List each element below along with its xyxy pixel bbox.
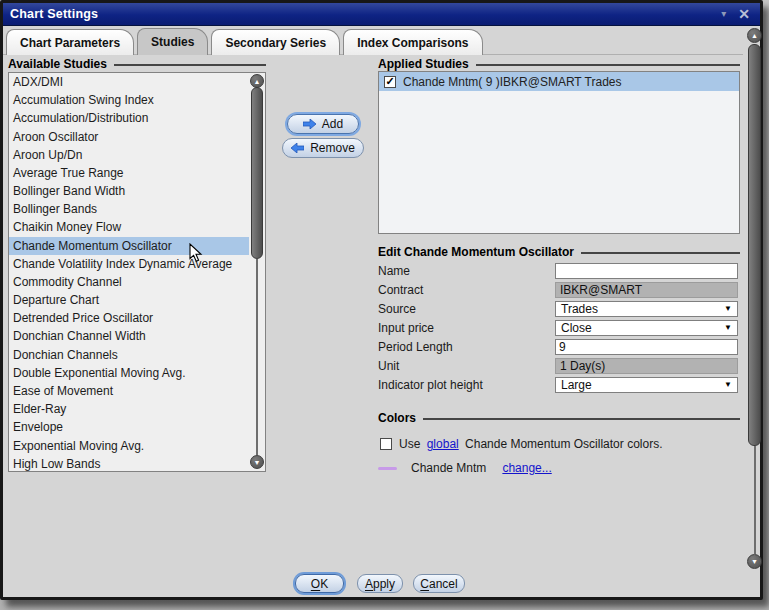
ok-button[interactable]: OK [295, 574, 344, 593]
screen: Chart Settings ▾ ✕ Chart ParametersStudi… [0, 0, 769, 610]
remove-button-label: Remove [310, 141, 355, 155]
list-item[interactable]: Bollinger Band Width [9, 182, 249, 200]
applied-studies-title: Applied Studies [378, 57, 469, 71]
arrow-right-icon [303, 119, 316, 129]
form-row-unit: Unit1 Day(s) [378, 356, 741, 375]
list-item[interactable]: Detrended Price Oscillator [9, 309, 249, 327]
tabbar: Chart ParametersStudiesSecondary SeriesI… [6, 28, 486, 55]
field-label: Period Length [378, 340, 555, 354]
use-global-text-after: Chande Momentum Oscillator colors. [465, 437, 662, 451]
dialog-scrollbar-track[interactable] [754, 446, 756, 554]
list-scroll-down-icon[interactable]: ▼ [250, 455, 264, 469]
source-dropdown[interactable]: Trades▼ [555, 301, 738, 317]
dropdown-value: Trades [561, 302, 598, 316]
edit-study-header: Edit Chande Momentum Oscillator [378, 245, 740, 259]
form-row-name: Name [378, 261, 741, 280]
use-global-colors-checkbox[interactable] [380, 438, 392, 450]
list-item[interactable]: Bollinger Bands [9, 200, 249, 218]
dropdown-value: Large [561, 378, 592, 392]
applied-studies-header: Applied Studies [378, 57, 740, 71]
dialog-scroll-up-icon[interactable]: ▲ [747, 28, 762, 43]
list-item[interactable]: Ease of Movement [9, 382, 249, 400]
list-item[interactable]: Chande Momentum Oscillator [9, 237, 249, 255]
form-row-source: SourceTrades▼ [378, 299, 741, 318]
dropdown-value: Close [561, 321, 592, 335]
list-item[interactable]: Donchian Channel Width [9, 327, 249, 345]
list-item[interactable]: Commodity Channel [9, 273, 249, 291]
list-item[interactable]: Accumulation Swing Index [9, 91, 249, 109]
tab-chart-parameters[interactable]: Chart Parameters [6, 29, 134, 55]
header-rule [581, 252, 740, 254]
field-label: Indicator plot height [378, 378, 555, 392]
series-color-row: Chande Mntm change... [378, 460, 552, 476]
add-button[interactable]: Add [287, 114, 359, 134]
dialog-scroll-down-icon[interactable]: ▼ [747, 554, 762, 569]
header-rule [476, 64, 740, 66]
colors-title: Colors [378, 411, 416, 425]
colors-header: Colors [378, 411, 740, 425]
list-item[interactable]: Chaikin Money Flow [9, 218, 249, 236]
chart-settings-dialog: Chart Settings ▾ ✕ Chart ParametersStudi… [0, 0, 763, 600]
list-item[interactable]: High Low Bands [9, 455, 249, 472]
use-global-text-before: Use [399, 437, 420, 451]
field-label: Input price [378, 321, 555, 335]
list-item[interactable]: Aroon Up/Dn [9, 146, 249, 164]
input-price-dropdown[interactable]: Close▼ [555, 320, 738, 336]
list-item[interactable]: Donchian Channels [9, 346, 249, 364]
list-item[interactable]: Average True Range [9, 164, 249, 182]
list-scroll-up-icon[interactable]: ▲ [250, 74, 264, 88]
change-color-link[interactable]: change... [502, 461, 551, 475]
available-studies-list[interactable]: ADX/DMIAccumulation Swing IndexAccumulat… [8, 72, 266, 472]
arrow-left-icon [291, 143, 304, 153]
list-item[interactable]: Elder-Ray [9, 400, 249, 418]
contract-readonly-field: IBKR@SMART [555, 282, 738, 298]
chevron-down-icon: ▼ [724, 304, 732, 313]
remove-button[interactable]: Remove [282, 138, 364, 158]
field-label: Name [378, 264, 555, 278]
applied-studies-list[interactable]: ✓Chande Mntm( 9 )IBKR@SMART Trades [378, 71, 740, 234]
header-rule [423, 418, 740, 420]
edit-study-form: NameContractIBKR@SMARTSourceTrades▼Input… [378, 261, 741, 394]
name-input[interactable] [555, 263, 738, 279]
apply-button[interactable]: Apply [357, 574, 403, 593]
window-title: Chart Settings [3, 7, 98, 21]
collapse-triangle-icon[interactable]: ▾ [721, 9, 726, 19]
tab-index-comparisons[interactable]: Index Comparisons [343, 29, 482, 55]
unit-readonly-field: 1 Day(s) [555, 358, 738, 374]
form-row-input-price: Input priceClose▼ [378, 318, 741, 337]
series-color-swatch [378, 467, 397, 470]
field-label: Contract [378, 283, 555, 297]
add-button-label: Add [322, 117, 343, 131]
list-scrollbar-track[interactable] [256, 259, 258, 455]
period-length-input[interactable] [555, 339, 738, 355]
chevron-down-icon: ▼ [724, 323, 732, 332]
cancel-button[interactable]: Cancel [413, 574, 465, 593]
applied-study-row[interactable]: ✓Chande Mntm( 9 )IBKR@SMART Trades [379, 72, 739, 91]
available-studies-title: Available Studies [8, 57, 107, 71]
tab-secondary-series[interactable]: Secondary Series [211, 29, 340, 55]
tab-studies[interactable]: Studies [137, 28, 208, 55]
global-colors-link[interactable]: global [427, 437, 459, 451]
list-item[interactable]: Aroon Oscillator [9, 128, 249, 146]
edit-study-title: Edit Chande Momentum Oscillator [378, 245, 574, 259]
header-rule [114, 64, 266, 66]
available-studies-header: Available Studies [8, 57, 266, 71]
form-row-period-length: Period Length [378, 337, 741, 356]
titlebar[interactable]: Chart Settings ▾ ✕ [3, 3, 760, 26]
use-global-colors-row: Use global Chande Momentum Oscillator co… [380, 437, 662, 451]
close-icon[interactable]: ✕ [738, 7, 750, 21]
list-item[interactable]: Departure Chart [9, 291, 249, 309]
list-item[interactable]: Envelope [9, 418, 249, 436]
applied-study-checkbox[interactable]: ✓ [384, 76, 396, 88]
form-row-contract: ContractIBKR@SMART [378, 280, 741, 299]
list-item[interactable]: Exponential Moving Avg. [9, 436, 249, 454]
field-label: Source [378, 302, 555, 316]
dialog-scrollbar-thumb[interactable] [748, 44, 761, 446]
form-row-indicator-plot-height: Indicator plot heightLarge▼ [378, 375, 741, 394]
list-item[interactable]: Chande Volatility Index Dynamic Average [9, 255, 249, 273]
list-item[interactable]: ADX/DMI [9, 73, 249, 91]
list-item[interactable]: Accumulation/Distribution [9, 109, 249, 127]
indicator-plot-height-dropdown[interactable]: Large▼ [555, 377, 738, 393]
list-item[interactable]: Double Exponential Moving Avg. [9, 364, 249, 382]
list-scrollbar-thumb[interactable] [251, 87, 263, 259]
